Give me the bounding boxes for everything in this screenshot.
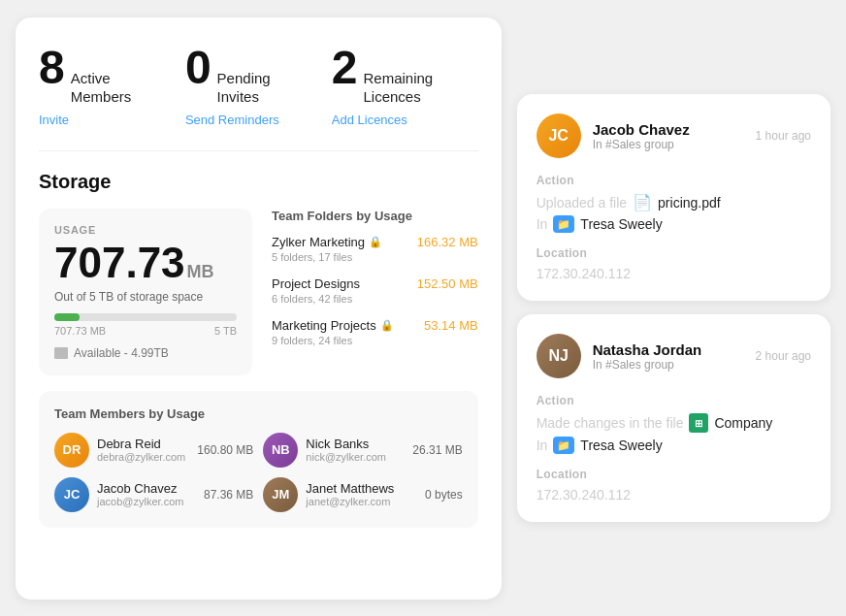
action-in-row-2: In 📁 Tresa Sweely xyxy=(537,437,811,454)
member-info-1: Debra Reid debra@zylker.com xyxy=(97,437,189,463)
action-in-row-1: In 📁 Tresa Sweely xyxy=(537,215,811,233)
usage-desc: Out of 5 TB of storage space xyxy=(54,290,237,304)
card-user-group-2: In #Sales group xyxy=(593,358,744,372)
file-name-1: pricing.pdf xyxy=(658,195,721,211)
active-members-label: ActiveMembers xyxy=(71,69,132,107)
activity-card-1: JC Jacob Chavez In #Sales group 1 hour a… xyxy=(517,94,830,301)
card-user-group-1: In #Sales group xyxy=(593,138,744,151)
member-size-3: 87.36 MB xyxy=(204,488,253,502)
member-email-4: janet@zylker.com xyxy=(306,496,417,507)
action-text-2: Made changes in the file ⊞ Company xyxy=(537,413,811,433)
usage-unit: MB xyxy=(187,262,214,282)
remaining-licences-number: 2 xyxy=(332,45,358,91)
member-avatar-2: NB xyxy=(263,433,298,468)
storage-section: Storage USAGE 707.73 MB Out of 5 TB of s… xyxy=(39,171,478,528)
card-time-2: 2 hour ago xyxy=(756,349,811,363)
send-reminders-link[interactable]: Send Reminders xyxy=(185,113,332,127)
stat-active-members: 8 ActiveMembers Invite xyxy=(39,45,185,127)
member-size-2: 26.31 MB xyxy=(412,443,462,457)
add-licences-link[interactable]: Add Licences xyxy=(332,113,478,127)
excel-icon: ⊞ xyxy=(689,413,708,433)
storage-content: USAGE 707.73 MB Out of 5 TB of storage s… xyxy=(39,209,478,375)
progress-bar xyxy=(54,313,237,321)
folder-item-1: Zylker Marketing 🔒 166.32 MB 5 folders, … xyxy=(272,235,478,263)
member-email-1: debra@zylker.com xyxy=(97,451,189,463)
activity-card-2: NJ Natasha Jordan In #Sales group 2 hour… xyxy=(517,314,830,522)
remaining-licences-label: RemainingLicences xyxy=(363,69,433,107)
pending-invites-label: PendingInvites xyxy=(217,69,271,107)
progress-labels: 707.73 MB 5 TB xyxy=(54,325,237,337)
action-label-1: Action xyxy=(537,174,811,187)
folder-size-1: 166.32 MB xyxy=(417,235,478,249)
member-name-2: Nick Banks xyxy=(306,437,405,451)
card-header-1: JC Jacob Chavez In #Sales group 1 hour a… xyxy=(537,113,811,158)
folder-meta-3: 9 folders, 24 files xyxy=(272,335,478,346)
member-item-4: JM Janet Matthews janet@zylker.com 0 byt… xyxy=(263,477,462,512)
usage-number: 707.73 xyxy=(54,242,185,284)
folder-meta-2: 6 folders, 42 files xyxy=(272,293,478,305)
folder-item-3: Marketing Projects 🔒 53.14 MB 9 folders,… xyxy=(272,318,478,346)
right-panel: JC Jacob Chavez In #Sales group 1 hour a… xyxy=(517,94,830,522)
card-action-1: Action Uploaded a file 📄 pricing.pdf In … xyxy=(537,174,811,233)
stats-row: 8 ActiveMembers Invite 0 PendingInvites … xyxy=(39,45,478,151)
folder-name-link-1: Tresa Sweely xyxy=(580,216,662,232)
member-item-2: NB Nick Banks nick@zylker.com 26.31 MB xyxy=(263,433,462,468)
progress-bar-fill xyxy=(54,313,80,321)
member-name-1: Debra Reid xyxy=(97,437,189,451)
lock-icon-3: 🔒 xyxy=(380,319,394,332)
action-desc-1: Uploaded a file xyxy=(537,195,627,211)
available-label: Available - 4.99TB xyxy=(54,346,237,360)
folder-meta-1: 5 folders, 17 files xyxy=(272,251,478,263)
member-name-3: Jacob Chavez xyxy=(97,481,196,496)
card-user-name-2: Natasha Jordan xyxy=(593,341,744,358)
member-avatar-1: DR xyxy=(54,433,89,468)
location-section-1: Location 172.30.240.112 xyxy=(537,246,811,281)
file-name-2: Company xyxy=(714,415,772,431)
folder-name-1: Zylker Marketing 🔒 xyxy=(272,235,382,249)
folder-badge-1: 📁 xyxy=(553,215,574,233)
card-user-name-1: Jacob Chavez xyxy=(593,121,744,138)
in-label-2: In xyxy=(537,438,548,453)
card-time-1: 1 hour ago xyxy=(756,129,811,143)
location-label-1: Location xyxy=(537,246,811,260)
card-user-info-1: Jacob Chavez In #Sales group xyxy=(593,121,744,151)
member-info-4: Janet Matthews janet@zylker.com xyxy=(306,481,417,507)
members-grid: DR Debra Reid debra@zylker.com 160.80 MB… xyxy=(54,433,463,512)
storage-icon xyxy=(54,347,68,359)
folder-item-2: Project Designs 152.50 MB 6 folders, 42 … xyxy=(272,276,478,305)
member-info-3: Jacob Chavez jacob@zylker.com xyxy=(97,481,196,507)
available-text: Available - 4.99TB xyxy=(74,346,169,360)
location-ip-1: 172.30.240.112 xyxy=(537,266,811,281)
member-email-3: jacob@zylker.com xyxy=(97,496,196,507)
member-avatar-4: JM xyxy=(263,477,298,512)
folder-name-2: Project Designs xyxy=(272,276,360,291)
progress-total: 5 TB xyxy=(214,325,237,337)
card-user-info-2: Natasha Jordan In #Sales group xyxy=(593,341,744,372)
usage-box: USAGE 707.73 MB Out of 5 TB of storage s… xyxy=(39,209,252,375)
pending-invites-number: 0 xyxy=(185,45,212,91)
member-size-4: 0 bytes xyxy=(425,488,463,502)
invite-link[interactable]: Invite xyxy=(39,113,185,127)
stat-pending-invites: 0 PendingInvites Send Reminders xyxy=(185,45,332,127)
action-desc-2: Made changes in the file xyxy=(537,415,684,431)
user-avatar-2: NJ xyxy=(537,334,581,378)
folders-section: Team Folders by Usage Zylker Marketing 🔒… xyxy=(272,209,478,375)
member-email-2: nick@zylker.com xyxy=(306,451,405,463)
folder-badge-2: 📁 xyxy=(553,437,574,454)
stat-remaining-licences: 2 RemainingLicences Add Licences xyxy=(332,45,478,127)
folder-name-3: Marketing Projects 🔒 xyxy=(272,318,394,333)
member-item-3: JC Jacob Chavez jacob@zylker.com 87.36 M… xyxy=(54,477,253,512)
card-action-2: Action Made changes in the file ⊞ Compan… xyxy=(537,394,811,454)
in-label-1: In xyxy=(537,216,548,232)
progress-used: 707.73 MB xyxy=(54,325,106,337)
team-members-title: Team Members by Usage xyxy=(54,406,463,421)
action-label-2: Action xyxy=(537,394,811,407)
location-ip-2: 172.30.240.112 xyxy=(537,487,811,503)
folder-size-2: 152.50 MB xyxy=(417,276,478,291)
folder-size-3: 53.14 MB xyxy=(424,318,478,333)
lock-icon-1: 🔒 xyxy=(369,236,382,248)
member-size-1: 160.80 MB xyxy=(197,443,253,457)
usage-label: USAGE xyxy=(54,224,237,236)
user-avatar-1: JC xyxy=(537,113,581,158)
member-item-1: DR Debra Reid debra@zylker.com 160.80 MB xyxy=(54,433,253,468)
